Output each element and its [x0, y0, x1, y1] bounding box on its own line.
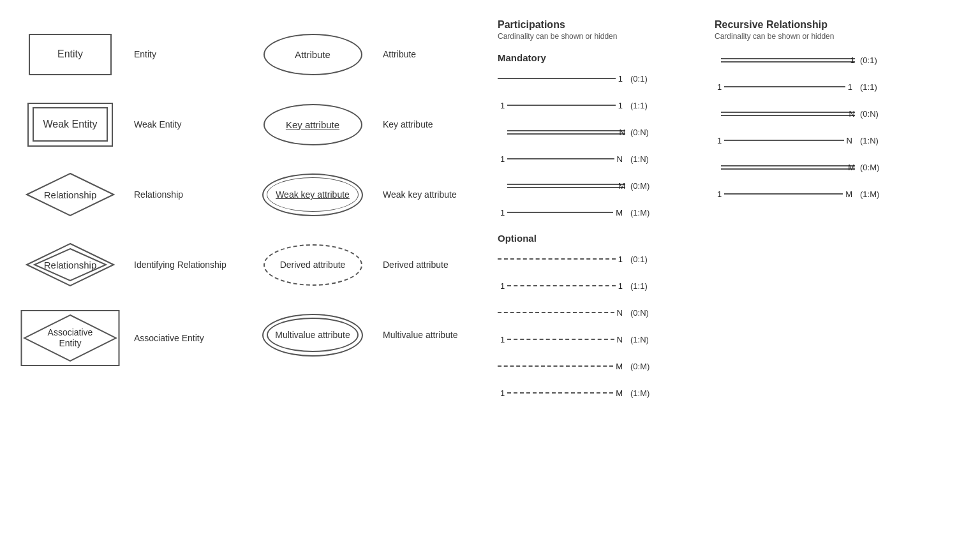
mandatory-1-N-right: N: [617, 154, 623, 164]
entity-shape-label: Entity: [57, 48, 83, 60]
optional-1-M-cardinality: (1:M): [630, 388, 649, 398]
recursive-0-1-right: 1: [850, 55, 855, 65]
weak-entity-inner: Weak Entity: [33, 107, 108, 142]
relationship-row: Relationship Relationship: [13, 159, 249, 230]
recursive-title: Recursive Relationship: [715, 19, 931, 31]
optional-1-1-left: 1: [500, 281, 505, 291]
optional-0-1-right: 1: [618, 254, 623, 264]
optional-1-N-line: 1 N: [498, 332, 625, 347]
optional-1-N-left: 1: [500, 335, 505, 344]
recursive-1-1-cardinality: (1:1): [860, 82, 877, 92]
attributes-panel: Attribute Attribute Key attribute Key at…: [249, 19, 485, 412]
mandatory-1-M-cardinality: (1:M): [630, 208, 649, 217]
entity-shape-container: Entity: [13, 34, 128, 75]
recursive-0-N-line: N: [715, 106, 855, 121]
recursive-0-1-line: 1: [715, 52, 855, 68]
recursive-1-N-row: 1 N (1:N): [715, 133, 931, 148]
mandatory-title: Mandatory: [498, 52, 689, 63]
key-attribute-shape-container: Key attribute: [249, 104, 376, 145]
mandatory-0-1-right: 1: [618, 74, 623, 84]
associative-entity-text: AssociativeEntity: [48, 327, 93, 349]
mandatory-1-N-row: 1 N (1:N): [498, 151, 689, 166]
optional-0-M-row: M (0:M): [498, 358, 689, 374]
optional-0-N-row: N (0:N): [498, 305, 689, 320]
attribute-shape-label: Attribute: [295, 49, 330, 60]
weak-key-attribute-text: Weak key attribute: [276, 189, 350, 200]
optional-0-M-right: M: [616, 362, 623, 371]
optional-1-N-cardinality: (1:N): [630, 335, 649, 344]
multivalue-attribute-label: Multivalue attribute: [383, 330, 458, 340]
optional-0-N-line: N: [498, 305, 625, 320]
key-attribute-shape-label: Key attribute: [286, 119, 339, 130]
recursive-1-1-line: 1 1: [715, 79, 855, 94]
optional-1-1-right: 1: [618, 281, 623, 291]
optional-1-M-row: 1 M (1:M): [498, 385, 689, 401]
recursive-1-M-row: 1 M (1:M): [715, 186, 931, 202]
derived-attribute-row: Derived attribute Derived attribute: [249, 230, 485, 300]
mandatory-1-M-left: 1: [500, 208, 505, 217]
recursive-1-1-left: 1: [717, 82, 722, 92]
attribute-shape-container: Attribute: [249, 34, 376, 75]
optional-section: Optional 1 (0:1) 1 1 (1:1): [498, 233, 689, 401]
attribute-shape: Attribute: [263, 34, 362, 75]
mandatory-0-N-right: N: [619, 128, 625, 137]
weak-entity-shape-label: Weak Entity: [43, 119, 97, 130]
identifying-relationship-label: Identifying Relationship: [134, 260, 226, 270]
recursive-0-M-line: M: [715, 159, 855, 175]
optional-0-M-cardinality: (0:M): [630, 362, 649, 371]
relationship-shape-container: Relationship: [13, 172, 128, 217]
identifying-relationship-row: Relationship Identifying Relationship: [13, 230, 249, 300]
weak-key-attribute-label: Weak key attribute: [383, 189, 457, 200]
mandatory-1-M-row: 1 M (1:M): [498, 205, 689, 220]
recursive-1-N-right: N: [847, 136, 852, 145]
mandatory-0-N-row: N (0:N): [498, 124, 689, 140]
mandatory-0-M-right: M: [618, 181, 625, 191]
recursive-0-M-right: M: [848, 163, 855, 172]
associative-entity-diamond: AssociativeEntity: [23, 314, 117, 362]
weak-key-attribute-shape: Weak key attribute: [262, 173, 363, 216]
attribute-row: Attribute Attribute: [249, 19, 485, 89]
weak-entity-shape-container: Weak Entity: [13, 103, 128, 147]
mandatory-0-1-cardinality: (0:1): [630, 74, 648, 84]
derived-attribute-shape-label: Derived attribute: [280, 260, 346, 270]
optional-1-N-right: N: [617, 335, 623, 344]
mandatory-1-1-left: 1: [500, 101, 505, 110]
optional-0-M-line: M: [498, 358, 625, 374]
recursive-0-M-cardinality: (0:M): [860, 163, 879, 172]
optional-1-1-row: 1 1 (1:1): [498, 278, 689, 293]
recursive-0-M-row: M (0:M): [715, 159, 931, 175]
weak-key-attribute-shape-container: Weak key attribute: [249, 173, 376, 216]
mandatory-1-M-right: M: [616, 208, 623, 217]
optional-0-1-cardinality: (0:1): [630, 254, 648, 264]
optional-1-M-right: M: [616, 388, 623, 398]
recursive-0-N-cardinality: (0:N): [860, 109, 879, 119]
recursive-1-N-line: 1 N: [715, 133, 855, 148]
recursive-1-N-cardinality: (1:N): [860, 136, 879, 145]
optional-1-M-left: 1: [500, 388, 505, 398]
optional-0-1-row: 1 (0:1): [498, 251, 689, 267]
weak-entity-label: Weak Entity: [134, 119, 181, 129]
multivalue-attribute-inner: Multivalue attribute: [267, 318, 359, 352]
recursive-0-N-row: N (0:N): [715, 106, 931, 121]
associative-entity-row: AssociativeEntity Associative Entity: [13, 300, 249, 376]
recursive-subtitle: Cardinality can be shown or hidden: [715, 32, 931, 41]
mandatory-0-M-cardinality: (0:M): [630, 181, 649, 191]
multivalue-attribute-row: Multivalue attribute Multivalue attribut…: [249, 300, 485, 370]
recursive-1-N-left: 1: [717, 136, 722, 145]
optional-1-1-line: 1 1: [498, 278, 625, 293]
identifying-relationship-text: Relationship: [44, 260, 97, 270]
mandatory-1-1-row: 1 1 (1:1): [498, 98, 689, 113]
mandatory-0-1-row: 1 (0:1): [498, 71, 689, 86]
participations-subtitle: Cardinality can be shown or hidden: [498, 32, 689, 41]
optional-0-1-line: 1: [498, 251, 625, 267]
entity-row: Entity Entity: [13, 19, 249, 89]
mandatory-1-N-cardinality: (1:N): [630, 154, 649, 164]
optional-1-N-row: 1 N (1:N): [498, 332, 689, 347]
optional-1-1-cardinality: (1:1): [630, 281, 648, 291]
key-attribute-label: Key attribute: [383, 119, 433, 129]
weak-key-attribute-row: Weak key attribute Weak key attribute: [249, 159, 485, 230]
identifying-relationship-shape-container: Relationship: [13, 242, 128, 287]
mandatory-1-1-line: 1 1: [498, 98, 625, 113]
associative-entity-label: Associative Entity: [134, 333, 204, 343]
mandatory-section: Mandatory 1 (0:1) 1 1 (1:1): [498, 52, 689, 220]
